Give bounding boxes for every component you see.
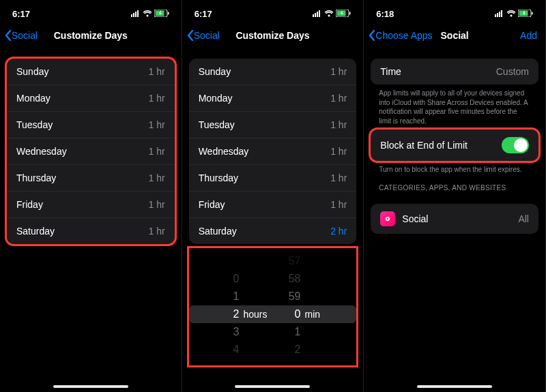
day-label: Saturday [16, 226, 55, 237]
day-label: Thursday [199, 172, 238, 183]
day-row-mon[interactable]: Monday1 hr [189, 85, 357, 111]
picker-hour-selected: 2 [213, 308, 239, 320]
home-indicator[interactable] [53, 385, 128, 388]
svg-point-10 [387, 217, 388, 219]
status-icons [131, 9, 169, 19]
clock: 6:17 [195, 9, 212, 19]
time-picker[interactable]: 57 058 159 2hours0min 31 42 [189, 248, 357, 365]
day-label: Monday [16, 93, 51, 104]
status-bar: 6:18 [364, 0, 545, 22]
nav-bar: Social Customize Days [182, 22, 364, 49]
signal-icon [131, 9, 141, 19]
svg-rect-5 [349, 12, 351, 14]
clock: 6:18 [376, 9, 394, 19]
page-title: Customize Days [235, 30, 309, 41]
add-button[interactable]: Add [520, 30, 537, 41]
day-value: 1 hr [149, 199, 165, 210]
home-indicator[interactable] [417, 385, 492, 388]
day-value: 2 hr [330, 226, 347, 237]
day-label: Saturday [199, 226, 237, 237]
day-label: Tuesday [16, 119, 53, 130]
day-label: Wednesday [199, 146, 249, 157]
time-note: App limits will apply to all of your dev… [364, 85, 545, 125]
time-group: TimeCustom [371, 59, 538, 85]
block-group: Block at End of Limit [371, 130, 538, 161]
back-button[interactable]: Social [4, 29, 38, 42]
picker-min-selected: 0 [274, 308, 300, 320]
social-icon [380, 211, 395, 226]
day-row-tue[interactable]: Tuesday1 hr [7, 111, 175, 138]
day-label: Tuesday [199, 119, 235, 130]
picker-min-label: min [304, 309, 332, 320]
category-label: Social [402, 213, 428, 224]
time-label: Time [380, 66, 401, 77]
picker-min: 59 [274, 290, 300, 303]
day-value: 1 hr [149, 66, 165, 77]
wifi-icon [506, 9, 516, 19]
battery-icon [518, 9, 533, 19]
day-label: Sunday [16, 66, 48, 77]
battery-icon [336, 9, 351, 19]
day-row-tue[interactable]: Tuesday1 hr [189, 111, 357, 138]
category-value: All [518, 213, 529, 224]
picker-hour: 1 [213, 290, 239, 303]
category-row-social[interactable]: Social All [371, 204, 538, 234]
day-value: 1 hr [330, 146, 347, 157]
phone-3: 6:18 Choose Apps Social Add TimeCustom A… [364, 0, 546, 392]
block-label: Block at End of Limit [380, 140, 468, 151]
block-note: Turn on to block the app when the limit … [364, 161, 545, 175]
day-label: Thursday [16, 172, 56, 183]
day-row-sun[interactable]: Sunday1 hr [7, 59, 175, 85]
day-row-thu[interactable]: Thursday1 hr [189, 164, 357, 191]
svg-rect-8 [532, 12, 533, 14]
day-value: 1 hr [149, 93, 165, 104]
day-row-fri[interactable]: Friday1 hr [7, 191, 175, 217]
wifi-icon [143, 9, 152, 19]
time-row[interactable]: TimeCustom [371, 59, 538, 85]
time-value: Custom [496, 66, 529, 77]
back-button[interactable]: Choose Apps [368, 29, 432, 42]
signal-icon [313, 9, 322, 19]
day-row-fri[interactable]: Friday1 hr [189, 191, 357, 217]
day-row-sat[interactable]: Saturday2 hr [189, 217, 357, 244]
picker-min: 57 [274, 255, 300, 267]
block-toggle[interactable] [502, 137, 529, 153]
day-label: Friday [199, 199, 225, 210]
categories-group: Social All [371, 204, 538, 234]
page-title: Customize Days [54, 30, 128, 41]
signal-icon [495, 9, 504, 19]
picker-hour: 4 [213, 344, 239, 356]
block-row[interactable]: Block at End of Limit [371, 130, 538, 161]
day-row-thu[interactable]: Thursday1 hr [7, 164, 175, 191]
day-row-sun[interactable]: Sunday1 hr [189, 59, 357, 85]
phone-1: 6:17 Social Customize Days Sunday1 hr Mo… [0, 0, 182, 392]
status-icons [313, 9, 351, 19]
day-row-wed[interactable]: Wednesday1 hr [7, 138, 175, 164]
picker-min: 58 [274, 273, 300, 285]
day-value: 1 hr [330, 199, 347, 210]
status-icons [495, 9, 533, 19]
day-row-mon[interactable]: Monday1 hr [7, 85, 175, 111]
picker-min: 1 [274, 326, 300, 338]
clock: 6:17 [12, 9, 30, 19]
day-row-wed[interactable]: Wednesday1 hr [189, 138, 357, 164]
back-label: Social [194, 30, 220, 41]
home-indicator[interactable] [235, 385, 310, 388]
day-value: 1 hr [149, 172, 165, 183]
picker-hour: 0 [213, 273, 239, 285]
day-row-sat[interactable]: Saturday1 hr [7, 217, 175, 244]
status-bar: 6:17 [0, 0, 182, 22]
svg-rect-2 [168, 12, 169, 14]
wifi-icon [324, 9, 334, 19]
back-button[interactable]: Social [186, 29, 220, 42]
picker-hours-label: hours [243, 309, 270, 320]
days-list: Sunday1 hr Monday1 hr Tuesday1 hr Wednes… [7, 59, 175, 244]
categories-header: Categories, Apps, and Websites [364, 175, 545, 194]
nav-bar: Choose Apps Social Add [364, 22, 545, 49]
page-title: Social [441, 30, 469, 41]
nav-bar: Social Customize Days [0, 22, 182, 49]
picker-hour: 3 [213, 326, 239, 338]
battery-icon [154, 9, 169, 19]
days-list: Sunday1 hr Monday1 hr Tuesday1 hr Wednes… [189, 59, 357, 244]
back-label: Social [12, 30, 38, 41]
